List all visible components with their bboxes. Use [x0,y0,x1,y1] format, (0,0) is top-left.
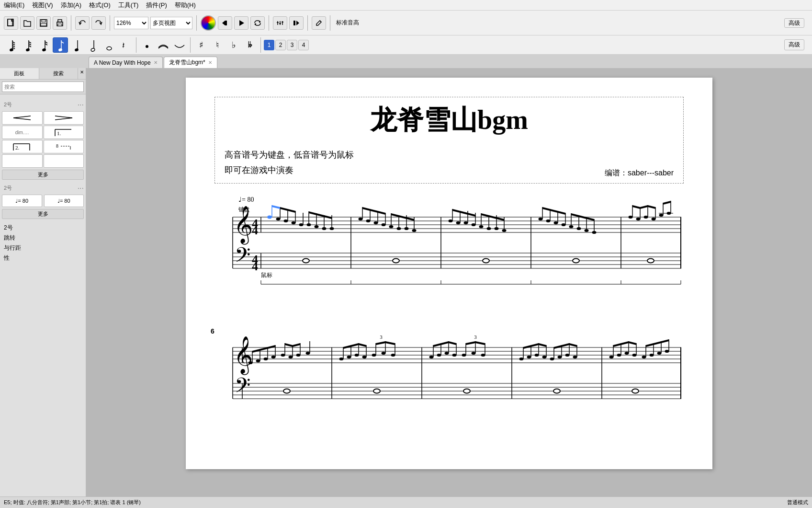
n4[interactable] [299,223,304,226]
voice-1-button[interactable]: 1 [264,40,274,50]
note-16th[interactable] [36,37,52,53]
advanced-button-2[interactable]: 高级 [784,39,804,50]
svg-marker-90 [406,217,414,221]
rewind-button[interactable] [218,16,232,30]
measure-5-notes [629,201,674,220]
bass-whole-5[interactable] [647,258,654,263]
menu-help[interactable]: 帮助(H) [175,1,196,10]
redo-button[interactable] [91,16,106,30]
print-button[interactable] [53,16,67,30]
note-quarter[interactable] [69,37,84,53]
dot-button[interactable] [139,37,155,53]
panel-tab-panel[interactable]: 面板 [0,68,39,79]
panel-item-blank1[interactable] [2,154,43,168]
tab-longji-close[interactable]: ✕ [208,60,212,65]
rest-symbol[interactable]: 𝄽 [118,37,133,53]
panel-item-dim[interactable]: dim.… [2,126,43,139]
note-64th[interactable] [4,37,19,53]
natural-button[interactable]: ♮ [210,37,225,53]
panel-tempo-more-button[interactable]: 更多 [2,209,84,219]
zoom-select[interactable]: 126%100%75%150% [114,17,148,29]
note-eighth[interactable] [53,37,68,53]
panel-item-volta1[interactable]: 1. [44,126,84,139]
svg-marker-145 [648,205,655,209]
n2[interactable] [284,219,288,222]
svg-point-33 [42,47,46,51]
panel-item-decrescendo[interactable] [44,111,84,125]
panel-item-blank2[interactable] [44,154,84,168]
n6[interactable] [315,225,319,228]
panel-item-ottava[interactable]: 8 [44,140,84,153]
search-input[interactable] [2,81,84,92]
voice-2-button[interactable]: 2 [275,40,286,50]
panel-item-volta2[interactable]: 2. [2,140,43,153]
note-selected[interactable] [267,215,272,219]
panel-close-button[interactable]: ✕ [78,68,86,76]
system-1-svg: ♩= 80 键盘 𝄞 4 4 [214,193,684,303]
voice-4-button[interactable]: 4 [298,40,309,50]
double-flat-button[interactable]: 𝄫 [242,37,258,53]
bass-whole-1[interactable] [303,258,309,263]
view-mode-select[interactable]: 多页视图单页视图连续视图 [150,17,192,29]
n3[interactable] [292,221,296,224]
panel-more-button[interactable]: 更多 [2,170,84,180]
m2n1[interactable] [359,218,363,220]
play-button[interactable] [234,16,248,30]
note-whole[interactable] [102,37,117,53]
panel-section-hairpin-dots[interactable]: ··· [78,101,84,109]
color-wheel-button[interactable] [201,15,216,31]
svg-point-146 [659,214,664,217]
n8[interactable] [330,227,334,230]
bass-whole-3[interactable] [483,258,489,263]
n5[interactable] [307,223,311,226]
score-subtitle-line2: 即可在游戏中演奏 [225,162,354,178]
note-32nd[interactable] [20,37,35,53]
n7[interactable] [322,227,327,230]
system-2-number: 6 [211,327,214,335]
panel-tempo-item-1[interactable]: ♩= 80 [2,195,42,207]
svg-point-126 [577,227,581,230]
tab-new-day[interactable]: A New Day With Hope ✕ [89,57,163,68]
flat-button[interactable]: ♭ [226,37,241,53]
measure-4-notes [539,207,597,234]
new-button[interactable] [4,16,18,30]
loop-button[interactable] [250,16,265,30]
menu-plugins[interactable]: 插件(P) [146,1,167,10]
panel-prop-jump[interactable]: 跳转 [2,233,84,243]
panel-section-tempo-dots[interactable]: ··· [78,184,84,193]
svg-point-115 [546,219,551,222]
menu-view[interactable]: 视图(V) [32,1,53,10]
tab-longji[interactable]: 龙脊雪山bgm* ✕ [164,57,217,68]
n1[interactable] [276,218,281,220]
menu-add[interactable]: 添加(A) [61,1,81,10]
panel-prop-2[interactable]: 2号 [2,223,84,233]
edit-mode-button[interactable] [312,16,326,30]
slur-button[interactable] [156,37,171,53]
svg-point-135 [629,216,633,219]
panel-item-crescendo[interactable] [2,111,43,125]
save-button[interactable] [36,16,51,30]
tie-button[interactable] [172,37,187,53]
bass-whole-2[interactable] [393,258,399,263]
panel-tempo-item-2[interactable]: ♩= 80 [44,195,84,207]
menu-tools[interactable]: 工具(T) [118,1,139,10]
panel-tab-search[interactable]: 搜索 [39,68,79,79]
undo-button[interactable] [75,16,90,30]
tab-new-day-close[interactable]: ✕ [154,60,158,65]
end-button[interactable] [289,16,304,30]
sharp-button[interactable]: ♯ [193,37,209,53]
panel-prop-props[interactable]: 性 [2,253,84,263]
svg-marker-134 [586,217,594,221]
open-button[interactable] [20,16,34,30]
menu-edit[interactable]: 编辑(E) [4,1,24,10]
score-area[interactable]: 龙脊雪山bgm 高音谱号为键盘，低音谱号为鼠标 即可在游戏中演奏 编谱：sabe… [86,68,812,496]
note-half[interactable] [85,37,101,53]
bass-whole-4[interactable] [573,258,579,263]
voice-3-button[interactable]: 3 [287,40,297,50]
svg-text:3: 3 [380,334,383,340]
mixer-button[interactable] [273,16,287,30]
svg-marker-100 [460,211,468,215]
panel-prop-spacing[interactable]: 与行距 [2,243,84,253]
menu-format[interactable]: 格式(O) [89,1,111,10]
advanced-button[interactable]: 高级 [784,18,804,28]
